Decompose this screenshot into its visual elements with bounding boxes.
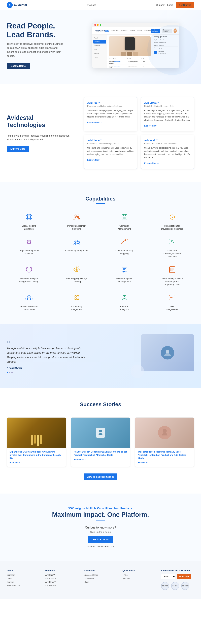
svg-rect-7 (122, 214, 127, 220)
mockup-header: AvidCircle Feed Overview Statistics Them… (92, 27, 179, 35)
mockup-sidebar-item-statistics[interactable]: Statistics (93, 44, 106, 47)
hero-content: Read People. Lead Brands. Technology to … (7, 22, 77, 69)
product-card-avidintelli: AvidIntelli™ Brands' Feedback Tool for t… (141, 135, 194, 169)
cap-label-community-eng: Community Enagement (65, 249, 88, 252)
mockup-right-panel: Finding Questions Top Brand Recall Produ… (152, 35, 179, 68)
view-all-button[interactable]: View all Success Stories (84, 474, 117, 480)
dot-2[interactable] (9, 372, 10, 373)
capabilities-section: Capabilities Global InsightsExchange (0, 182, 201, 324)
hero-cta-button[interactable]: Book a Demo (7, 62, 30, 69)
cap-campaign-mgmt: CampaignManagement (102, 212, 147, 230)
cap-icon-feedback (119, 264, 130, 275)
mockup-sidebar-item-points[interactable]: Points (93, 56, 106, 59)
product-subtitle-avidintelli: Brands' Feedback Tool for the Future (144, 142, 191, 145)
story-link-3[interactable]: Read More (138, 462, 151, 464)
members-list: Name Role Points Date Kennett Gordon Con… (109, 58, 151, 68)
footer-link-avidhub[interactable]: AvidHub™ (45, 574, 78, 576)
dot-1[interactable] (7, 372, 8, 373)
story-link-1[interactable]: Read More (10, 462, 23, 464)
svg-point-28 (26, 267, 32, 272)
product-link-avidhub[interactable]: Explore Now (87, 122, 102, 124)
footer-link-news[interactable]: News & Media (7, 584, 40, 587)
footer-link-avidcircle[interactable]: AvidCircle™ (45, 581, 78, 583)
svg-point-22 (127, 239, 128, 240)
newsletter-subscribe-button[interactable]: Subscribe (177, 574, 191, 579)
product-link-avidintelli[interactable]: Explore Now (144, 162, 159, 164)
logo-icon: A (7, 2, 13, 8)
explore-more-button[interactable]: Explore More (7, 146, 29, 152)
about-left: Avidestal Technologies Four Forward-look… (7, 114, 74, 152)
footer-link-sitemap[interactable]: Sitemap (122, 578, 156, 580)
product-display (121, 37, 138, 56)
product-link-avidviews[interactable]: Explore Now (144, 125, 159, 127)
testimonial-image (94, 334, 194, 378)
cta-trial-text: Start our 15 days Free Trial (7, 545, 194, 548)
cap-label-monetization: Monetization forDevelopers/Publishers (161, 224, 183, 230)
product-card-avidcircle: AvidCircle™ Brand-led Community Engageme… (84, 135, 137, 169)
footer-grid: About Company Contact Careers News & Med… (7, 569, 194, 590)
svg-point-64 (166, 350, 169, 353)
login-link[interactable]: Login (167, 4, 173, 6)
footer-link-faqs[interactable]: FAQs (122, 574, 156, 576)
header-right: Support Login Get Started (156, 2, 194, 8)
cap-label-community-eng2: CommunityEnagement (71, 305, 82, 311)
get-started-button[interactable]: Get Started (176, 2, 194, 8)
cap-brand-communities: Build Online BrandCommunities (7, 292, 51, 311)
mockup-sidebar-item-selected[interactable]: Members (93, 40, 106, 44)
logo[interactable]: A avidestal (7, 2, 27, 8)
member-row-2: Simran Ghag Contributor 4 points posted … (109, 65, 151, 68)
panel-user: Zoe Eliton 13 April, 2016 (154, 51, 178, 54)
mockup-tab-theme[interactable]: Theme (130, 30, 135, 32)
mockup-main-area: Name Role Points Date Kennett Gordon Con… (107, 35, 152, 68)
svg-point-42 (28, 295, 30, 298)
cap-label-feedback: Feedback SystemManagement (116, 277, 133, 283)
cap-label-customer-journey: Customer JourneyMapping (115, 249, 133, 255)
cap-monetization: Monetization forDevelopers/Publishers (150, 212, 194, 230)
cta-book-demo-button[interactable]: Book a Demo (88, 536, 113, 543)
mockup-tab-statistics[interactable]: Statistics (121, 30, 127, 32)
footer-link-company[interactable]: Company (7, 574, 40, 576)
mockup-tab-overview[interactable]: Overview (112, 30, 119, 32)
cap-label-panel-mgmt: Panel ManagementSolutions (67, 224, 86, 230)
support-link[interactable]: Support (156, 4, 164, 6)
story-title-1: Expanding FMCG Startup uses AvidViews to… (10, 450, 63, 460)
mockup-search[interactable]: Search a Member (162, 28, 172, 33)
mockup-watch (125, 37, 135, 50)
mockup-new-btn[interactable]: + New Preview (151, 28, 160, 33)
footer-about-col: About Company Contact Careers News & Med… (7, 569, 40, 590)
product-link-avidcircle[interactable]: Explore Now (87, 159, 102, 161)
footer-link-success-stories[interactable]: Success Stories (84, 574, 117, 576)
member-row-1: Kennett Gordon Contributor 2 points post… (109, 60, 151, 64)
cap-customer-journey: Customer JourneyMapping (102, 236, 147, 258)
mockup-sidebar-item-theme[interactable]: Theme (93, 52, 106, 55)
logo-text: avidestal (14, 3, 27, 7)
newsletter-select[interactable]: Select Monthly Weekly (161, 574, 175, 579)
cta-sub-heading: Curious to know more? (7, 526, 194, 529)
success-underline (96, 409, 105, 409)
cta-main-heading: Maximum Impact. One Platform. (7, 511, 194, 519)
mockup-tab-points[interactable]: Points (137, 30, 142, 32)
footer-link-blogs[interactable]: Blogs (84, 581, 117, 583)
cosmetic-icon (158, 426, 171, 439)
footer-link-avidviews[interactable]: AvidViews™ (45, 578, 78, 580)
shelf-item-2 (34, 435, 36, 444)
footer-link-avidintelli[interactable]: AvidIntelli™ (45, 584, 78, 587)
svg-point-16 (76, 240, 78, 242)
mockup-tab-feed[interactable]: Feed (105, 30, 109, 32)
nav-products[interactable]: Products (87, 4, 96, 6)
story-card-1: Expanding FMCG Startup uses AvidViews to… (7, 418, 66, 467)
svg-line-46 (30, 298, 31, 298)
mockup-sidebar-item[interactable]: Panel (93, 36, 106, 40)
footer-quick-links-col: Quick Links FAQs Sitemap (122, 569, 156, 590)
footer-link-contact[interactable]: Contact (7, 578, 40, 580)
dot-3[interactable] (12, 372, 13, 373)
cap-icon-survey (167, 264, 177, 275)
footer-link-capabilities[interactable]: Capabilities (84, 578, 117, 580)
about-heading: Avidestal Technologies (7, 114, 74, 128)
mockup-tab-rewards[interactable]: Rewards (144, 30, 151, 32)
testimonial-person-avatar (161, 346, 174, 360)
product-thumbnails (121, 52, 138, 56)
footer-link-careers[interactable]: Careers (7, 581, 40, 583)
story-link-2[interactable]: Read More (74, 458, 87, 461)
mockup-sidebar-item-polls[interactable]: Polls (93, 48, 106, 51)
